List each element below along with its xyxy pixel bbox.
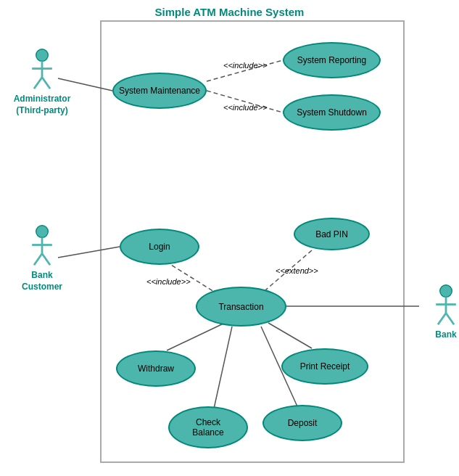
svg-line-23 xyxy=(34,254,42,266)
bank-icon xyxy=(431,283,459,327)
use-case-login: Login xyxy=(120,229,199,265)
use-case-check-balance: Check Balance xyxy=(168,406,248,448)
svg-line-24 xyxy=(42,254,50,266)
use-case-print-receipt: Print Receipt xyxy=(281,348,368,385)
administrator-icon xyxy=(28,47,57,91)
svg-line-29 xyxy=(446,313,454,325)
svg-line-19 xyxy=(42,78,50,89)
use-case-bad-pin: Bad PIN xyxy=(294,218,370,250)
svg-point-25 xyxy=(440,285,452,298)
bank-customer-label: Bank Customer xyxy=(13,270,71,292)
bank-label: Bank xyxy=(435,329,456,341)
use-case-system-maintenance: System Maintenance xyxy=(112,73,207,109)
actor-bank: Bank xyxy=(417,283,459,341)
diagram-title: Simple ATM Machine System xyxy=(0,6,459,18)
use-case-withdraw: Withdraw xyxy=(116,350,196,387)
svg-line-28 xyxy=(438,313,446,325)
diagram-container: Simple ATM Machine System <<include>> <<… xyxy=(0,0,459,476)
use-case-system-reporting: System Reporting xyxy=(283,42,381,78)
actor-administrator: Administrator (Third-party) xyxy=(13,47,71,116)
bank-customer-icon xyxy=(28,223,57,267)
use-case-deposit: Deposit xyxy=(262,405,342,441)
use-case-system-shutdown: System Shutdown xyxy=(283,94,381,131)
use-case-transaction: Transaction xyxy=(196,287,286,327)
svg-point-15 xyxy=(36,49,49,62)
administrator-label: Administrator (Third-party) xyxy=(13,94,71,116)
svg-line-18 xyxy=(34,78,42,89)
svg-point-20 xyxy=(36,226,49,238)
actor-bank-customer: Bank Customer xyxy=(13,223,71,292)
